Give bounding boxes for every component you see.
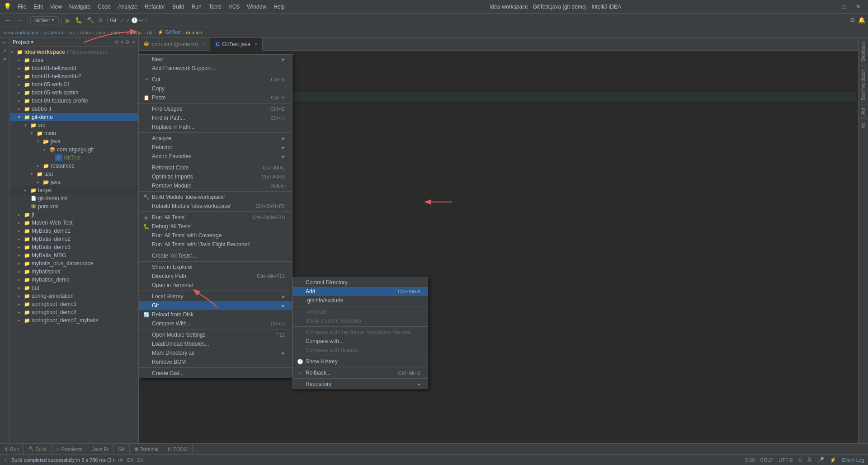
ctx-dir-path[interactable]: Directory PathCtrl+Alt+F12: [139, 272, 292, 281]
ctx-paste[interactable]: 📋PasteCtrl+V: [139, 93, 292, 102]
bottom-tab-git[interactable]: Git: [114, 444, 130, 455]
ctx-git[interactable]: Git▸: [139, 301, 292, 310]
menu-run[interactable]: Run: [188, 3, 205, 11]
breadcrumb-atguigu[interactable]: atguigu: [125, 30, 142, 35]
menu-window[interactable]: Window: [243, 3, 270, 11]
tree-boot01hw2[interactable]: ▸ 📁 boot-01-helloworld-2: [10, 72, 138, 80]
tree-iml[interactable]: ▸ 📄 git-demo.iml: [10, 194, 138, 202]
bottom-tab-problems[interactable]: ⚠ Problems: [52, 444, 87, 455]
ctx-find-usages[interactable]: Find UsagesCtrl+G: [139, 104, 292, 113]
tree-mybatis3[interactable]: ▸ 📁 MyBatis_demo3: [10, 243, 138, 251]
ctx-debug-tests[interactable]: 🐛Debug 'All Tests': [139, 222, 292, 231]
right-panel-ant[interactable]: Ant: [859, 104, 867, 118]
right-panel-art[interactable]: Art: [859, 118, 867, 132]
tree-mybatis2[interactable]: ▸ 📁 MyBatis_demo2: [10, 235, 138, 243]
tab-gittest[interactable]: C GitTest.java ✕: [210, 38, 263, 51]
tab-close-pom[interactable]: ✕: [202, 42, 205, 47]
project-icon-btn[interactable]: 1: [1, 40, 8, 46]
breadcrumb-gittest[interactable]: ⚡ GitTest: [157, 29, 180, 35]
ctx-rebuild-module[interactable]: Rebuild Module 'idea-workspace'Ctrl+Shif…: [139, 202, 292, 211]
ctx-remove-module[interactable]: Remove ModuleDelete: [139, 181, 292, 190]
git-show-history[interactable]: 🕐Show History: [293, 357, 428, 366]
debug-button[interactable]: 🐛: [73, 16, 84, 24]
ctx-new[interactable]: New▸: [139, 55, 292, 64]
tree-root[interactable]: ▾ 📁 idea-workspace F:\idea-workspace: [10, 48, 138, 56]
toolbar-git-dropdown[interactable]: GitTest ▼: [30, 16, 59, 24]
ctx-load-unload[interactable]: Load/Unload Modules...: [139, 339, 292, 348]
bottom-tab-build[interactable]: 🔨 Build: [24, 444, 51, 455]
git-info-exclude[interactable]: .git/info/exclude: [293, 296, 428, 305]
breadcrumb-mainfn[interactable]: m main: [186, 30, 202, 35]
breadcrumb-main[interactable]: main: [80, 30, 91, 35]
menu-edit[interactable]: Edit: [30, 3, 47, 11]
tree-springboot2mybatis[interactable]: ▸ 📁 springboot_demo2_mybatis: [10, 316, 138, 324]
tree-mybatis-plus-ds[interactable]: ▸ 📁 mybatis_plus_datasource: [10, 259, 138, 268]
toolbar-back[interactable]: ←: [3, 15, 14, 25]
git-clock[interactable]: 🕐: [131, 17, 138, 23]
tree-spring-ann[interactable]: ▸ 📁 spring-annotation: [10, 292, 138, 300]
minimize-button[interactable]: ─: [823, 0, 835, 13]
build-button[interactable]: 🔨: [85, 16, 96, 24]
ctx-reformat[interactable]: Reformat CodeCtrl+Alt+L: [139, 163, 292, 172]
menu-view[interactable]: View: [47, 3, 66, 11]
favorites-icon-btn[interactable]: ★: [1, 55, 8, 63]
tree-dubbo[interactable]: ▸ 📁 dubbo-jt: [10, 105, 138, 113]
tree-main[interactable]: ▾ 📁 main: [10, 129, 138, 137]
tree-mybatisplus[interactable]: ▸ 📁 mybatisplus: [10, 268, 138, 276]
git-undo[interactable]: ↩: [139, 17, 143, 23]
tree-boot09[interactable]: ▸ 📁 boot-09-features-profile: [10, 97, 138, 105]
ctx-mark-directory[interactable]: Mark Directory as▸: [139, 348, 292, 357]
event-log[interactable]: Event Log: [842, 457, 864, 463]
git-check2[interactable]: ✓: [126, 17, 130, 23]
ctx-run-coverage[interactable]: Run 'All Tests' with Coverage: [139, 231, 292, 240]
tree-java-src[interactable]: ▾ 📂 java: [10, 137, 138, 146]
ctx-copy[interactable]: Copy: [139, 84, 292, 93]
menu-navigate[interactable]: Navigate: [66, 3, 94, 11]
sync-icon[interactable]: ⟳: [115, 39, 119, 45]
git-commit-dir[interactable]: Commit Directory...: [293, 278, 428, 287]
tree-package[interactable]: ▾ 📦 com.atguigu.git: [10, 146, 138, 154]
git-status[interactable]: Git: [127, 457, 133, 463]
ctx-module-settings[interactable]: Open Module SettingsF12: [139, 330, 292, 339]
tab-close-gittest[interactable]: ✕: [254, 42, 258, 47]
git-compare-with[interactable]: Compare with...: [293, 337, 428, 346]
crlf-indicator[interactable]: CRLF: [760, 457, 774, 463]
breadcrumb-java[interactable]: java: [96, 30, 105, 35]
tree-maven-web[interactable]: ▸ 📁 Maven-Web-Test: [10, 219, 138, 227]
tree-target[interactable]: ▸ 📁 target: [10, 186, 138, 194]
breadcrumb-workspace[interactable]: idea-workspace: [4, 30, 38, 35]
maximize-button[interactable]: □: [837, 0, 850, 13]
tree-out[interactable]: ▸ 📁 out: [10, 284, 138, 292]
ctx-refactor[interactable]: Refactor▸: [139, 143, 292, 152]
ctx-analyze[interactable]: Analyze▸: [139, 134, 292, 143]
menu-tools[interactable]: Tools: [205, 3, 225, 11]
bottom-tab-todo[interactable]: 6: TODO: [163, 444, 193, 455]
tree-gitdemo[interactable]: ▾ 📁 git-demo: [10, 113, 138, 121]
tree-springboot1[interactable]: ▸ 📁 springboot_demo1: [10, 300, 138, 308]
ctx-cut[interactable]: ✂CutCtrl+X: [139, 75, 292, 84]
tree-boot05web[interactable]: ▸ 📁 boot-05-web-01: [10, 80, 138, 89]
bottom-tab-terminal[interactable]: ▣ Terminal: [130, 444, 164, 455]
tree-mybatisMBG[interactable]: ▸ 📁 MyBatis_MBG: [10, 251, 138, 259]
tree-boot01[interactable]: ▸ 📁 boot-01-helloworld: [10, 64, 138, 72]
ctx-add-favorites[interactable]: Add to Favorites▸: [139, 152, 292, 161]
git-rollback[interactable]: ↩Rollback...Ctrl+Alt+Z: [293, 368, 428, 377]
tree-mybatisx[interactable]: ▸ 📁 mybatisx_demo: [10, 276, 138, 284]
tree-test[interactable]: ▾ 📁 test: [10, 170, 138, 178]
ctx-show-explorer[interactable]: Show in Explorer: [139, 263, 292, 272]
encoding-indicator[interactable]: UTF-8: [778, 457, 793, 463]
menu-analyze[interactable]: Analyze: [114, 3, 141, 11]
tree-src[interactable]: ▾ 📁 src: [10, 121, 138, 129]
close-button[interactable]: ✕: [852, 0, 864, 13]
tree-mybatis1[interactable]: ▸ 📁 MyBatis_demo1: [10, 227, 138, 235]
bottom-tab-javaer[interactable]: Java Er: [87, 444, 113, 455]
close-panel-icon[interactable]: ✕: [132, 39, 136, 45]
ctx-remove-bom[interactable]: Remove BOM: [139, 357, 292, 366]
settings-icon-proj[interactable]: ⚙: [125, 39, 130, 45]
ctx-open-terminal[interactable]: Open in Terminal: [139, 281, 292, 290]
menu-code[interactable]: Code: [94, 3, 114, 11]
toolbar-update[interactable]: ⟳: [97, 16, 105, 24]
breadcrumb-src[interactable]: src: [68, 30, 75, 35]
ctx-replace-in-path[interactable]: Replace in Path...: [139, 122, 292, 132]
git-branches[interactable]: ⑂: [144, 17, 147, 23]
